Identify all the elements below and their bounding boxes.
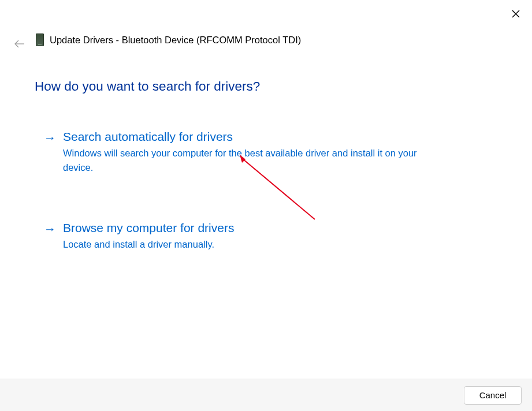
back-arrow-icon [14,39,25,48]
arrow-right-icon: → [44,221,56,237]
back-button[interactable] [13,37,27,51]
option-search-automatically[interactable]: → Search automatically for drivers Windo… [44,130,448,175]
option-title: Browse my computer for drivers [63,221,448,235]
option-title: Search automatically for drivers [63,130,448,144]
options-list: → Search automatically for drivers Windo… [44,130,448,297]
main-heading: How do you want to search for drivers? [35,79,260,94]
footer: Cancel [0,379,532,411]
device-icon [36,33,44,46]
option-description: Windows will search your computer for th… [63,146,433,175]
window-header: Update Drivers - Bluetooth Device (RFCOM… [36,33,301,46]
close-button[interactable] [510,8,522,20]
cancel-button[interactable]: Cancel [464,386,522,405]
arrow-right-icon: → [44,130,56,145]
window-title: Update Drivers - Bluetooth Device (RFCOM… [50,35,301,46]
option-browse-computer[interactable]: → Browse my computer for drivers Locate … [44,221,448,252]
close-icon [512,10,520,18]
option-description: Locate and install a driver manually. [63,237,433,252]
